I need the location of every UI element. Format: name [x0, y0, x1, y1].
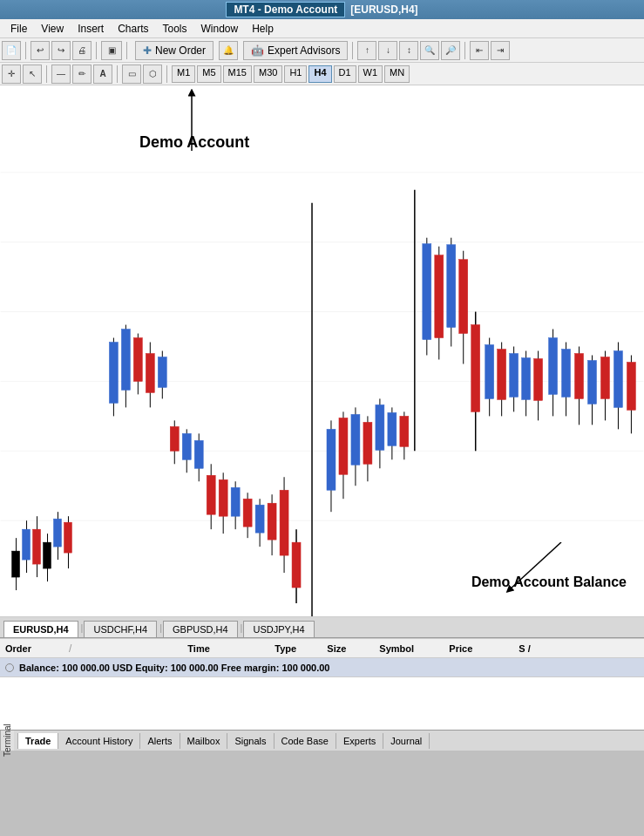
- new-chart-button[interactable]: 📄: [2, 41, 21, 60]
- chart-svg: [0, 85, 644, 616]
- menu-insert[interactable]: Insert: [71, 21, 111, 37]
- svg-rect-96: [587, 360, 596, 404]
- expert-advisors-button[interactable]: 🤖 Expert Advisors: [243, 41, 348, 60]
- tf-m15[interactable]: M15: [223, 65, 252, 83]
- menu-file[interactable]: File: [3, 21, 34, 37]
- arrow-button[interactable]: ↖: [23, 65, 42, 84]
- print-button[interactable]: 🖨: [72, 41, 92, 60]
- period-sep-button[interactable]: ⇤: [470, 41, 489, 60]
- svg-rect-59: [351, 414, 360, 465]
- svg-rect-61: [363, 422, 372, 464]
- balance-row: Balance: 100 000.00 USD Equity: 100 000.…: [0, 658, 644, 677]
- sep8: [166, 65, 167, 83]
- menu-help[interactable]: Help: [245, 21, 281, 37]
- menu-bar: File View Insert Charts Tools Window Hel…: [0, 19, 644, 38]
- text-button[interactable]: A: [93, 65, 112, 84]
- tab-code-base[interactable]: Code Base: [275, 733, 336, 749]
- svg-rect-52: [292, 542, 301, 588]
- tab-journal[interactable]: Journal: [383, 733, 430, 749]
- tab-alerts[interactable]: Alerts: [140, 733, 180, 749]
- redo-button[interactable]: ↪: [51, 41, 71, 60]
- col-header-sl[interactable]: S /: [519, 643, 553, 654]
- shape2-button[interactable]: ⬡: [143, 65, 162, 84]
- magnify-button[interactable]: 🔍: [420, 41, 439, 60]
- sep3: [126, 42, 127, 59]
- svg-rect-78: [471, 325, 480, 412]
- svg-rect-16: [44, 542, 51, 568]
- terminal-tabs: Terminal Trade Account History Alerts Ma…: [0, 730, 644, 751]
- undo-button[interactable]: ↩: [31, 41, 50, 60]
- chart-tab-eurusd[interactable]: EURUSD,H4: [3, 621, 78, 637]
- svg-rect-50: [280, 490, 288, 555]
- line-button[interactable]: —: [51, 65, 71, 84]
- tf-w1[interactable]: W1: [358, 65, 383, 83]
- col-header-symbol[interactable]: Symbol: [379, 643, 449, 654]
- svg-rect-55: [327, 429, 336, 490]
- svg-rect-34: [182, 433, 191, 459]
- alert-button[interactable]: 🔔: [219, 41, 238, 60]
- tf-h1[interactable]: H1: [284, 65, 307, 83]
- chart-down-button[interactable]: ↓: [378, 41, 397, 60]
- col-header-time[interactable]: Time: [187, 643, 275, 654]
- tab-mailbox[interactable]: Mailbox: [180, 733, 228, 749]
- svg-rect-36: [194, 440, 203, 468]
- new-order-button[interactable]: ✚ New Order: [135, 41, 214, 60]
- toolbar1: 📄 ↩ ↪ 🖨 ▣ ✚ New Order 🔔 🤖 Expert Advisor…: [0, 38, 644, 63]
- tf-m1[interactable]: M1: [172, 65, 195, 83]
- chart-tab-usdjpy[interactable]: USDJPY,H4: [243, 621, 314, 637]
- magnify2-button[interactable]: 🔎: [441, 41, 460, 60]
- chart-area[interactable]: Demo Account: [0, 85, 644, 617]
- svg-rect-94: [575, 353, 584, 398]
- svg-rect-20: [64, 522, 71, 553]
- shape-button[interactable]: ▭: [122, 65, 141, 84]
- menu-window[interactable]: Window: [194, 21, 246, 37]
- svg-rect-63: [376, 404, 384, 450]
- tab-account-history[interactable]: Account History: [58, 733, 140, 749]
- svg-rect-67: [400, 416, 409, 446]
- tab-experts[interactable]: Experts: [336, 733, 383, 749]
- title-bar: MT4 - Demo Account [EURUSD,H4]: [0, 0, 644, 19]
- sep4: [352, 42, 353, 59]
- menu-view[interactable]: View: [34, 21, 71, 37]
- menu-charts[interactable]: Charts: [111, 21, 155, 37]
- chart-tab-gbpusd[interactable]: GBPUSD,H4: [163, 621, 238, 637]
- svg-rect-24: [121, 330, 130, 391]
- toolbar2: ✛ ↖ — ✏ A ▭ ⬡ M1 M5 M15 M30 H1 H4 D1 W1 …: [0, 63, 644, 85]
- tf-h4[interactable]: H4: [308, 65, 331, 83]
- col-header-price[interactable]: Price: [449, 643, 519, 654]
- tf-d1[interactable]: D1: [334, 65, 356, 83]
- period-sep2-button[interactable]: ⇥: [491, 41, 510, 60]
- svg-rect-22: [109, 343, 118, 404]
- svg-rect-70: [423, 244, 431, 340]
- col-header-order[interactable]: Order: [5, 643, 66, 654]
- sep5: [464, 42, 465, 59]
- svg-rect-74: [447, 245, 456, 328]
- svg-rect-57: [339, 418, 348, 474]
- terminal-sidebar-label[interactable]: Terminal: [0, 731, 14, 751]
- tf-m30[interactable]: M30: [254, 65, 282, 83]
- cursor-button[interactable]: ✛: [2, 65, 21, 84]
- svg-rect-102: [627, 362, 635, 410]
- chart-arrows-button[interactable]: ↕: [399, 41, 418, 60]
- new-order-icon: ✚: [143, 44, 152, 57]
- svg-rect-90: [549, 338, 558, 395]
- svg-rect-44: [243, 499, 252, 527]
- pen-button[interactable]: ✏: [72, 65, 92, 84]
- sep7: [117, 65, 118, 83]
- zoom-in-button[interactable]: ▣: [101, 41, 122, 60]
- tab-trade[interactable]: Trade: [17, 733, 58, 749]
- tf-m5[interactable]: M5: [197, 65, 220, 83]
- col-header-type[interactable]: Type: [275, 643, 327, 654]
- svg-rect-84: [510, 353, 519, 397]
- menu-tools[interactable]: Tools: [156, 21, 194, 37]
- chart-tab-usdchf[interactable]: USDCHF,H4: [84, 621, 157, 637]
- chart-tabs: EURUSD,H4 | USDCHF,H4 | GBPUSD,H4 | USDJ…: [0, 617, 644, 638]
- tab-signals[interactable]: Signals: [227, 733, 274, 749]
- col-sep-order: /: [69, 642, 71, 655]
- tf-mn[interactable]: MN: [384, 65, 410, 83]
- expert-label: Expert Advisors: [268, 44, 340, 57]
- svg-rect-92: [562, 350, 571, 398]
- svg-rect-98: [600, 357, 609, 398]
- chart-up-button[interactable]: ↑: [357, 41, 376, 60]
- col-header-size[interactable]: Size: [327, 643, 379, 654]
